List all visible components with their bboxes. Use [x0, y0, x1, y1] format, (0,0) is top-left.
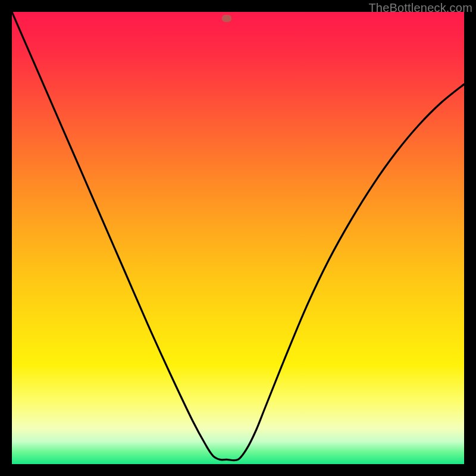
plot-area — [12, 12, 464, 464]
chart-frame: TheBottleneck.com — [0, 0, 476, 476]
optimal-point-marker — [222, 15, 231, 22]
bottleneck-curve — [12, 12, 464, 464]
watermark-text: TheBottleneck.com — [368, 1, 472, 15]
